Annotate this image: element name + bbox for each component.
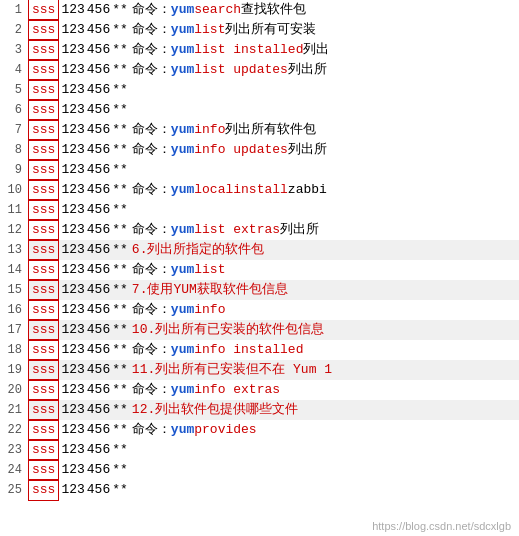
table-row: sss123456** 命令：yum list extras 列出所 [28, 220, 519, 240]
sss-cell: sss [28, 419, 59, 441]
stars-cell: ** [112, 40, 128, 60]
stars-cell: ** [112, 440, 128, 460]
cmd-rest: 列出所有可安装 [225, 20, 316, 40]
cmd-keyword: search [194, 0, 241, 20]
line-number: 21 [6, 400, 22, 420]
line-number: 2 [6, 20, 22, 40]
line-number: 24 [6, 460, 22, 480]
cmd-yum: yum [171, 260, 194, 280]
cmd-yum: yum [171, 220, 194, 240]
num1-cell: 123 [61, 360, 84, 380]
num1-cell: 123 [61, 240, 84, 260]
cmd-prefix: 命令： [132, 140, 171, 160]
line-number: 11 [6, 200, 22, 220]
line-number: 10 [6, 180, 22, 200]
line-number: 23 [6, 440, 22, 460]
section-header: 6.列出所指定的软件包 [132, 240, 265, 260]
section-header: 10.列出所有已安装的软件包信息 [132, 320, 324, 340]
cmd-keyword: info [194, 120, 225, 140]
editor-container: 1234567891011121314151617181920212223242… [0, 0, 519, 536]
num2-cell: 456 [87, 440, 110, 460]
num2-cell: 456 [87, 360, 110, 380]
stars-cell: ** [112, 20, 128, 40]
table-row: sss123456**6.列出所指定的软件包 [28, 240, 519, 260]
cmd-yum: yum [171, 0, 194, 20]
table-row: sss123456** 命令：yum info installed [28, 340, 519, 360]
cmd-prefix: 命令： [132, 300, 171, 320]
cmd-yum: yum [171, 420, 194, 440]
num1-cell: 123 [61, 280, 84, 300]
num2-cell: 456 [87, 400, 110, 420]
num1-cell: 123 [61, 100, 84, 120]
cmd-keyword: list extras [194, 220, 280, 240]
stars-cell: ** [112, 140, 128, 160]
line-numbers: 1234567891011121314151617181920212223242… [0, 0, 28, 536]
num2-cell: 456 [87, 0, 110, 20]
sss-cell: sss [28, 119, 59, 141]
stars-cell: ** [112, 260, 128, 280]
cmd-keyword: list updates [194, 60, 288, 80]
table-row: sss123456** [28, 200, 519, 220]
cmd-rest: 查找软件包 [241, 0, 306, 20]
num1-cell: 123 [61, 120, 84, 140]
cmd-yum: yum [171, 340, 194, 360]
sss-cell: sss [28, 199, 59, 221]
cmd-yum: yum [171, 120, 194, 140]
section-header: 11.列出所有已安装但不在 Yum 1 [132, 360, 332, 380]
line-number: 13 [6, 240, 22, 260]
cmd-rest: 列出 [303, 40, 329, 60]
num1-cell: 123 [61, 40, 84, 60]
table-row: sss123456** 命令：yum list installed 列出 [28, 40, 519, 60]
line-number: 18 [6, 340, 22, 360]
num2-cell: 456 [87, 40, 110, 60]
stars-cell: ** [112, 0, 128, 20]
table-row: sss123456** 命令：yum provides [28, 420, 519, 440]
stars-cell: ** [112, 380, 128, 400]
code-area[interactable]: sss123456** 命令：yum search 查找软件包sss123456… [28, 0, 519, 536]
num2-cell: 456 [87, 140, 110, 160]
num2-cell: 456 [87, 340, 110, 360]
cmd-prefix: 命令： [132, 180, 171, 200]
cmd-keyword: info extras [194, 380, 280, 400]
num1-cell: 123 [61, 440, 84, 460]
stars-cell: ** [112, 460, 128, 480]
line-number: 6 [6, 100, 22, 120]
num1-cell: 123 [61, 400, 84, 420]
line-number: 3 [6, 40, 22, 60]
table-row: sss123456** 命令：yum list [28, 260, 519, 280]
num2-cell: 456 [87, 480, 110, 500]
line-number: 12 [6, 220, 22, 240]
cmd-keyword: list installed [194, 40, 303, 60]
sss-cell: sss [28, 159, 59, 181]
table-row: sss123456** [28, 440, 519, 460]
stars-cell: ** [112, 200, 128, 220]
num2-cell: 456 [87, 60, 110, 80]
num1-cell: 123 [61, 160, 84, 180]
cmd-yum: yum [171, 40, 194, 60]
num1-cell: 123 [61, 20, 84, 40]
sss-cell: sss [28, 459, 59, 481]
cmd-rest: 列出所有软件包 [225, 120, 316, 140]
table-row: sss123456** 命令：yum search 查找软件包 [28, 0, 519, 20]
line-number: 4 [6, 60, 22, 80]
line-number: 17 [6, 320, 22, 340]
line-number: 1 [6, 0, 22, 20]
table-row: sss123456** 命令：yum info updates 列出所 [28, 140, 519, 160]
cmd-prefix: 命令： [132, 120, 171, 140]
table-row: sss123456** 命令：yum list updates 列出所 [28, 60, 519, 80]
num2-cell: 456 [87, 380, 110, 400]
cmd-keyword: list [194, 20, 225, 40]
cmd-prefix: 命令： [132, 60, 171, 80]
line-number: 20 [6, 380, 22, 400]
num2-cell: 456 [87, 280, 110, 300]
stars-cell: ** [112, 480, 128, 500]
cmd-yum: yum [171, 140, 194, 160]
cmd-keyword: list [194, 260, 225, 280]
num1-cell: 123 [61, 80, 84, 100]
stars-cell: ** [112, 340, 128, 360]
cmd-prefix: 命令： [132, 20, 171, 40]
num1-cell: 123 [61, 300, 84, 320]
table-row: sss123456** [28, 460, 519, 480]
cmd-yum: yum [171, 180, 194, 200]
cmd-prefix: 命令： [132, 420, 171, 440]
